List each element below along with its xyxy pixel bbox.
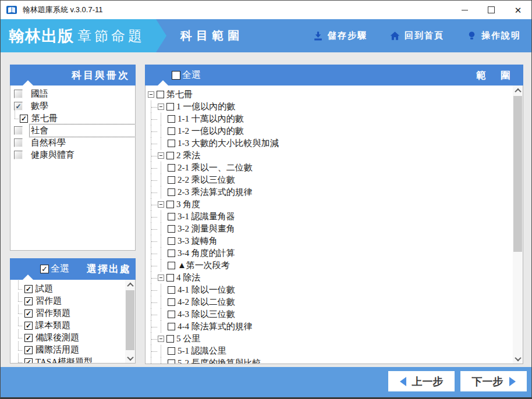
tree-item[interactable]: 5 公里 bbox=[146, 333, 523, 345]
tree-checkbox[interactable] bbox=[166, 274, 174, 282]
tree-item[interactable]: ▲第一次段考 bbox=[146, 259, 523, 272]
tree-checkbox[interactable] bbox=[168, 250, 175, 257]
next-step-button[interactable]: 下一步 bbox=[460, 371, 527, 391]
subject-item[interactable]: ✓ 數學 bbox=[10, 100, 135, 112]
subject-checkbox[interactable]: ✓ bbox=[14, 102, 23, 111]
help-button[interactable]: 操作說明 bbox=[466, 30, 521, 41]
tree-item[interactable]: 3-1 認識量角器 bbox=[146, 211, 523, 223]
tree-item[interactable]: 2-1 乘以一、二位數 bbox=[146, 162, 523, 174]
source-item[interactable]: ✓ 備課後測題 bbox=[14, 332, 135, 344]
tree-item[interactable]: 3-3 旋轉角 bbox=[146, 235, 523, 247]
tree-checkbox[interactable] bbox=[168, 225, 175, 233]
source-checkbox[interactable]: ✓ bbox=[24, 358, 33, 364]
tree-checkbox[interactable] bbox=[166, 103, 174, 111]
tree-item[interactable]: 4-4 除法算式的規律 bbox=[146, 320, 523, 333]
tree-item[interactable]: 1-3 大數的大小比較與加減 bbox=[146, 137, 523, 149]
tree-checkbox[interactable] bbox=[168, 115, 175, 123]
source-checkbox[interactable]: ✓ bbox=[24, 309, 33, 318]
tree-item[interactable]: 5-1 認識公里 bbox=[146, 345, 523, 357]
subject-checkbox[interactable] bbox=[14, 126, 23, 135]
save-steps-button[interactable]: 儲存步驟 bbox=[313, 30, 367, 41]
tree-item[interactable]: 4-2 除以二位數 bbox=[146, 296, 523, 308]
tree-checkbox[interactable] bbox=[168, 323, 175, 330]
tree-item[interactable]: 第七冊 bbox=[146, 88, 523, 101]
subject-item[interactable]: 社會 bbox=[10, 124, 135, 137]
close-button[interactable]: ✕ bbox=[505, 1, 531, 19]
tree-expander-icon[interactable] bbox=[158, 104, 164, 110]
tree-item[interactable]: 1-2 一億以內的數 bbox=[146, 125, 523, 137]
scroll-down-button[interactable] bbox=[125, 353, 135, 363]
minimize-icon bbox=[462, 10, 468, 10]
tree-item[interactable]: 5-2 長度的換算與比較 bbox=[146, 357, 523, 364]
tree-expander-icon[interactable] bbox=[158, 275, 164, 281]
scroll-up-button[interactable] bbox=[513, 86, 523, 95]
tree-item[interactable]: 3 角度 bbox=[146, 198, 523, 211]
tree-checkbox[interactable] bbox=[168, 347, 175, 355]
tree-checkbox[interactable] bbox=[166, 335, 174, 343]
subject-item[interactable]: 國語 bbox=[10, 88, 135, 100]
subject-item[interactable]: 健康與體育 bbox=[10, 149, 135, 161]
source-checkbox[interactable]: ✓ bbox=[24, 334, 33, 342]
home-button[interactable]: 回到首頁 bbox=[389, 30, 444, 41]
minimize-button[interactable] bbox=[451, 1, 478, 19]
tree-item-label: 4-4 除法算式的規律 bbox=[178, 321, 253, 332]
tree-checkbox[interactable] bbox=[168, 127, 175, 135]
source-item[interactable]: ✓ TASA模擬題型 bbox=[14, 356, 135, 364]
tree-checkbox[interactable] bbox=[168, 176, 175, 184]
tree-expander-icon[interactable] bbox=[158, 336, 164, 342]
subject-checkbox[interactable] bbox=[14, 151, 23, 159]
tree-expander-icon[interactable] bbox=[158, 152, 164, 159]
tree-checkbox[interactable] bbox=[168, 286, 175, 294]
sources-scrollbar[interactable] bbox=[125, 280, 135, 363]
subject-checkbox[interactable]: ✓ bbox=[20, 115, 28, 123]
tree-checkbox[interactable] bbox=[166, 152, 174, 159]
tree-checkbox[interactable] bbox=[168, 298, 175, 306]
tree-item[interactable]: 2-2 乘以三位數 bbox=[146, 174, 523, 186]
tree-item[interactable]: 3-4 角度的計算 bbox=[146, 247, 523, 259]
tree-checkbox[interactable] bbox=[166, 201, 174, 208]
source-checkbox[interactable]: ✓ bbox=[24, 322, 33, 330]
tree-checkbox[interactable] bbox=[168, 140, 175, 147]
subject-label: 健康與體育 bbox=[30, 149, 135, 161]
tree-item[interactable]: 4-3 除以三位數 bbox=[146, 308, 523, 320]
source-checkbox[interactable]: ✓ bbox=[24, 297, 33, 305]
tree-checkbox[interactable] bbox=[168, 213, 175, 220]
scroll-up-button[interactable] bbox=[125, 280, 135, 290]
subject-item[interactable]: ✓ 第七冊 bbox=[10, 112, 135, 124]
tree-checkbox[interactable] bbox=[168, 188, 175, 196]
subject-checkbox[interactable] bbox=[14, 90, 23, 98]
tree-checkbox[interactable] bbox=[168, 262, 175, 269]
scope-select-all-checkbox[interactable] bbox=[172, 71, 180, 80]
tree-item[interactable]: 4 除法 bbox=[146, 272, 523, 284]
tree-item[interactable]: 3-2 測量與畫角 bbox=[146, 223, 523, 235]
tree-item[interactable]: 1-1 十萬以內的數 bbox=[146, 113, 523, 125]
tree-expander-icon[interactable] bbox=[148, 91, 154, 98]
scrollbar-thumb[interactable] bbox=[513, 96, 522, 252]
tree-item[interactable]: 2 乘法 bbox=[146, 149, 523, 162]
tree-item[interactable]: 4-1 除以一位數 bbox=[146, 284, 523, 296]
scroll-down-button[interactable] bbox=[513, 354, 523, 364]
tree-checkbox[interactable] bbox=[168, 359, 175, 364]
sources-select-all-checkbox[interactable]: ✓ bbox=[40, 265, 49, 273]
tree-item[interactable]: 1 一億以內的數 bbox=[146, 101, 523, 113]
source-item[interactable]: ✓ 課本類題 bbox=[14, 319, 135, 332]
tree-checkbox[interactable] bbox=[157, 91, 164, 98]
scope-scrollbar[interactable] bbox=[513, 86, 523, 364]
source-item[interactable]: ✓ 習作類題 bbox=[14, 307, 135, 319]
source-item[interactable]: ✓ 習作題 bbox=[14, 295, 135, 307]
tree-checkbox[interactable] bbox=[168, 164, 175, 172]
source-item[interactable]: ✓ 國際活用題 bbox=[14, 344, 135, 356]
scrollbar-thumb[interactable] bbox=[126, 290, 134, 350]
subject-item[interactable]: 自然科學 bbox=[10, 137, 135, 149]
tree-checkbox[interactable] bbox=[168, 311, 175, 318]
source-checkbox[interactable]: ✓ bbox=[24, 285, 33, 293]
subject-checkbox[interactable] bbox=[14, 138, 23, 147]
prev-step-button[interactable]: 上一步 bbox=[388, 371, 455, 391]
source-item[interactable]: ✓ 試題 bbox=[14, 283, 135, 295]
source-checkbox[interactable]: ✓ bbox=[24, 346, 33, 354]
maximize-button[interactable] bbox=[478, 1, 505, 19]
tree-checkbox[interactable] bbox=[168, 237, 175, 245]
tree-item[interactable]: 2-3 乘法算式的規律 bbox=[146, 186, 523, 198]
tree-expander-icon[interactable] bbox=[158, 201, 164, 208]
tree-guide-line bbox=[148, 211, 158, 223]
